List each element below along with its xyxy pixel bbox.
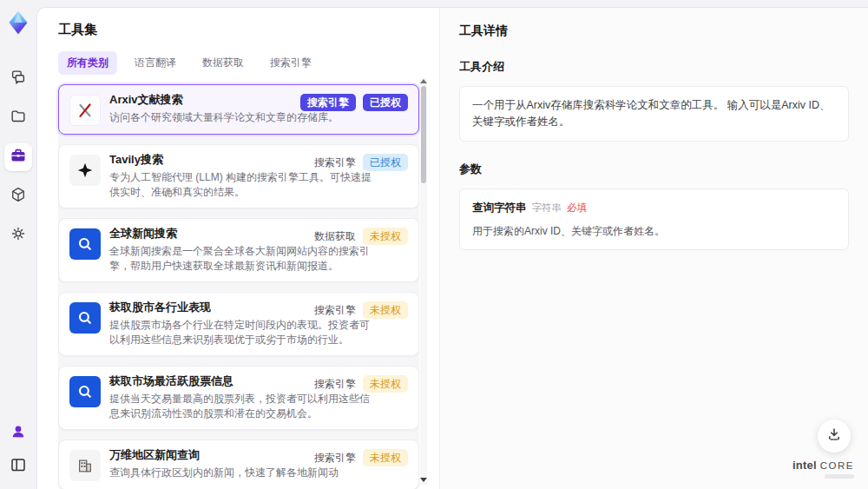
blue-search-logo-icon [69,376,101,407]
nav-account[interactable] [4,420,32,447]
tool-card-sector-performance[interactable]: 获取股市各行业表现 提供股票市场各个行业在特定时间段内的表现。投资者可以利用这些… [58,292,419,356]
status-badge: 已授权 [363,94,408,111]
nav-toolbox-active[interactable] [4,143,32,171]
page-title: 工具集 [58,22,439,38]
tool-description: 提供股票市场各个行业在特定时间段内的表现。投资者可以利用这些信息来识别表现优于或… [109,318,374,347]
tool-card-active-stocks[interactable]: 获取市场最活跃股票信息 提供当天交易量最高的股票列表，投资者可以利用这些信息来识… [58,366,419,430]
status-badge: 未授权 [363,375,408,393]
param-type: 字符串 [532,202,562,213]
category-tabs: 所有类别 语言翻译 数据获取 搜索引擎 [58,51,439,75]
blue-search-logo-icon [69,228,101,260]
rail-bottom [4,420,32,480]
tool-card-arxiv[interactable]: Arxiv文献搜索 访问各个研究领域大量科学论文和文章的存储库。 搜索引擎 已授… [58,84,419,135]
category-label: 数据获取 [314,228,356,245]
tool-card-global-news[interactable]: 全球新闻搜索 全球新闻搜索是一个聚合全球各大新闻网站内容的搜索引擎，帮助用户快速… [58,218,419,282]
category-label: 搜索引擎 [314,375,356,393]
tab-all-categories[interactable]: 所有类别 [58,51,117,75]
tool-cards: Arxiv文献搜索 访问各个研究领域大量科学论文和文章的存储库。 搜索引擎 已授… [58,84,419,489]
intel-core-logo: intel CORE [792,459,854,479]
tool-description: 专为人工智能代理 (LLM) 构建的搜索引擎工具。可快速提供实时、准确和真实的结… [109,170,374,200]
category-label: 搜索引擎 [314,301,356,319]
nav-chat[interactable] [4,65,32,93]
chat-icon [10,69,27,89]
params-heading: 参数 [459,162,849,177]
arxiv-logo-icon [69,95,101,126]
scrollbar-thumb[interactable] [421,86,426,183]
tool-description: 查询具体行政区划内的新闻，快速了解各地新闻动 [109,466,374,480]
folder-icon [10,108,27,129]
detail-title: 工具详情 [459,23,849,39]
toolbox-icon [10,147,27,168]
app-logo-gem-icon[interactable] [5,10,31,36]
tab-language-translation[interactable]: 语言翻译 [126,51,185,75]
cube-icon [10,186,27,207]
blue-search-logo-icon [69,302,101,334]
download-button[interactable] [818,420,851,453]
brand-sub-bar [825,474,854,479]
gear-icon [10,225,27,246]
scroll-up-arrow-icon[interactable] [420,79,427,83]
status-badge: 未授权 [363,449,408,466]
tavily-star-logo-icon [69,155,101,186]
status-badge: 已授权 [363,154,408,171]
nav-packages[interactable] [4,182,32,210]
intel-wordmark: intel [792,459,817,472]
tab-data-acquisition[interactable]: 数据获取 [194,51,253,75]
news-building-logo-icon [69,450,101,481]
category-label: 搜索引擎 [314,154,356,171]
core-wordmark: CORE [820,460,854,471]
tool-detail-panel: 工具详情 工具介绍 一个用于从Arxiv存储库搜索科学论文和文章的工具。 输入可… [439,8,868,489]
status-badge: 未授权 [363,301,408,319]
tool-card-tavily[interactable]: Tavily搜索 专为人工智能代理 (LLM) 构建的搜索引擎工具。可快速提供实… [58,144,419,208]
list-scrollbar[interactable] [420,77,427,486]
scroll-down-arrow-icon[interactable] [420,478,427,482]
user-icon [10,423,27,444]
param-header: 查询字符串字符串必填 [472,200,836,216]
status-badge: 未授权 [363,228,408,245]
download-icon [826,426,842,446]
param-required-flag: 必填 [567,202,587,213]
category-badge: 搜索引擎 [300,94,356,111]
category-label: 搜索引擎 [314,449,356,466]
tool-list-column: 工具集 所有类别 语言翻译 数据获取 搜索引擎 Arxiv文献搜索 访问各个研究… [37,8,439,489]
tool-description: 提供当天交易量最高的股票列表，投资者可以利用这些信息来识别流动性强的股票和潜在的… [109,392,374,421]
param-box: 查询字符串字符串必填 用于搜索的Arxiv ID、关键字或作者姓名。 [459,188,849,251]
tool-card-regional-news[interactable]: 万维地区新闻查询 查询具体行政区划内的新闻，快速了解各地新闻动 搜索引擎 未授权 [58,439,419,489]
main-panel: 工具集 所有类别 语言翻译 数据获取 搜索引擎 Arxiv文献搜索 访问各个研究… [36,7,868,489]
intro-text: 一个用于从Arxiv存储库搜索科学论文和文章的工具。 输入可以是Arxiv ID… [472,99,831,128]
tool-description: 访问各个研究领域大量科学论文和文章的存储库。 [109,110,374,125]
param-description: 用于搜索的Arxiv ID、关键字或作者姓名。 [472,223,836,239]
tool-description: 全球新闻搜索是一个聚合全球各大新闻网站内容的搜索引擎，帮助用户快速获取全球最新资… [109,244,374,274]
nav-settings[interactable] [4,221,32,249]
left-rail [0,0,36,489]
intro-heading: 工具介绍 [459,59,849,75]
rail-nav [4,65,32,249]
nav-files[interactable] [4,104,32,132]
nav-collapse-panel[interactable] [4,453,32,480]
panel-toggle-icon [10,456,27,477]
intro-box: 一个用于从Arxiv存储库搜索科学论文和文章的工具。 输入可以是Arxiv ID… [459,86,849,142]
tab-search-engine[interactable]: 搜索引擎 [261,51,320,75]
param-name: 查询字符串 [472,202,527,214]
